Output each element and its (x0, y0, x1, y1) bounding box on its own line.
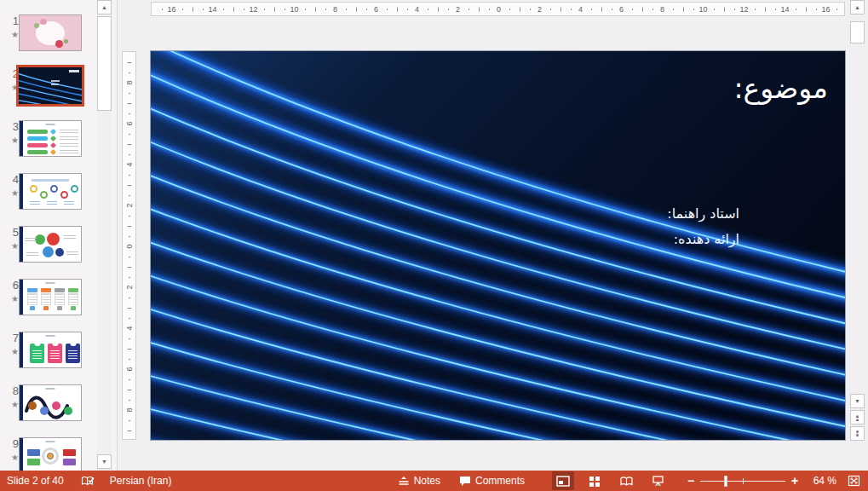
thumbnail-art-circles (20, 174, 81, 209)
main-scrollbar[interactable]: ▲ ▼ ▲▲ ▼▼ (850, 0, 865, 443)
slide-thumbnail[interactable] (19, 332, 82, 368)
slide-number: 8 (3, 384, 19, 397)
body-line-supervisor: استاد راهنما: (667, 201, 739, 227)
slide-thumbnail[interactable] (19, 14, 82, 51)
vertical-ruler: 864202468 (122, 51, 136, 440)
notes-label: Notes (414, 475, 440, 487)
slideshow-button[interactable] (647, 471, 669, 490)
thumbnail-item-3: 3 ★ (0, 120, 98, 162)
zoom-level[interactable]: 64 % (801, 475, 836, 487)
notes-button[interactable]: Notes (393, 471, 445, 491)
animation-star-icon: ★ (3, 453, 19, 462)
slide-background-streaks (151, 51, 845, 440)
thumbnail-scrollbar-thumb[interactable] (97, 16, 112, 111)
comments-label: Comments (475, 475, 525, 487)
editor-area: 1614121086420246810121416 864202468 (118, 0, 868, 471)
slide-sorter-icon (589, 476, 601, 487)
comments-icon (459, 476, 471, 487)
normal-view-button[interactable] (552, 471, 574, 490)
reading-view-icon (620, 476, 633, 487)
thumbnail-item-4: 4 ★ (0, 173, 98, 215)
scroll-up-icon[interactable]: ▲ (97, 0, 112, 14)
slide-thumbnail[interactable] (19, 226, 82, 263)
normal-view-icon (556, 476, 570, 487)
fit-to-window-icon (848, 475, 860, 487)
animation-star-icon: ★ (3, 347, 19, 356)
slide-number: 7 (3, 332, 19, 344)
main-scrollbar-thumb[interactable] (850, 21, 865, 43)
powerpoint-window: 1 ★ 2 ★ (0, 0, 868, 491)
language-indicator[interactable]: Persian (Iran) (105, 471, 177, 491)
scroll-down-icon[interactable]: ▼ (97, 454, 112, 469)
slide-number: 4 (3, 173, 19, 186)
slide-number: 6 (3, 279, 19, 292)
thumbnail-art-columns (20, 280, 81, 315)
thumbnail-item-5: 5 ★ (0, 226, 98, 268)
spellcheck-button[interactable] (76, 471, 100, 491)
thumbnail-art-streaks (19, 67, 82, 104)
reading-view-button[interactable] (615, 471, 637, 490)
thumbnail-item-6: 6 ★ (0, 279, 98, 321)
slide-indicator[interactable]: Slide 2 of 40 (2, 471, 69, 491)
slide-number: 1 (3, 14, 19, 27)
zoom-slider[interactable] (700, 471, 785, 490)
comments-button[interactable]: Comments (454, 471, 530, 491)
previous-slide-button[interactable]: ▲▲ (850, 410, 865, 425)
slide-thumbnail-pane: 1 ★ 2 ★ (0, 0, 118, 471)
slide-thumbnail-selected[interactable] (16, 65, 84, 107)
scroll-down-icon[interactable]: ▼ (850, 394, 865, 408)
thumbnail-art-target (20, 438, 81, 471)
thumbnail-item-1: 1 ★ (0, 14, 98, 56)
slide-sorter-button[interactable] (583, 471, 606, 490)
thumbnail-item-8: 8 ★ (0, 384, 98, 426)
thumbnail-scrollbar[interactable]: ▲ ▼ (97, 0, 112, 471)
slide-thumbnail[interactable] (19, 173, 82, 210)
thumbnail-art-list (20, 121, 81, 156)
slide-number: 5 (3, 226, 19, 239)
scroll-up-icon[interactable]: ▲ (850, 0, 865, 14)
animation-star-icon: ★ (3, 294, 19, 303)
slide-body-text[interactable]: استاد راهنما: ارائه دهنده: (667, 201, 739, 252)
next-slide-button[interactable]: ▼▼ (850, 426, 865, 441)
slide-number: 3 (3, 120, 19, 133)
thumbnail-item-2: 2 ★ (0, 67, 98, 109)
zoom-out-button[interactable]: − (685, 474, 697, 488)
thumbnail-art-gears (20, 227, 81, 262)
animation-star-icon: ★ (3, 136, 19, 145)
slideshow-icon (652, 476, 664, 487)
animation-star-icon: ★ (3, 400, 19, 409)
zoom-slider-thumb[interactable] (724, 476, 727, 487)
slide-thumbnail[interactable] (19, 279, 82, 315)
status-bar: Slide 2 of 40 Persian (Iran) Notes Comme… (0, 471, 868, 491)
animation-star-icon: ★ (3, 188, 19, 198)
fit-to-window-button[interactable] (842, 471, 865, 490)
thumbnail-art-path (20, 385, 81, 420)
body-line-presenter: ارائه دهنده: (667, 227, 739, 252)
slide-title-text[interactable]: موضوع: (733, 72, 828, 106)
animation-star-icon: ★ (3, 30, 19, 39)
animation-star-icon: ★ (3, 241, 19, 251)
notes-icon (398, 476, 410, 486)
slide-thumbnail[interactable] (19, 437, 82, 471)
thumbnail-art-tags (20, 332, 81, 367)
spellcheck-book-icon (81, 476, 95, 487)
thumbnail-item-9: 9 ★ (0, 437, 98, 471)
zoom-in-button[interactable]: + (789, 474, 801, 488)
slide-canvas[interactable]: موضوع: استاد راهنما: ارائه دهنده: (151, 51, 845, 440)
zoom-slider-midpoint (743, 478, 744, 484)
slide-thumbnail[interactable] (19, 120, 82, 157)
slide-number: 9 (3, 437, 19, 450)
thumbnail-item-7: 7 ★ (0, 332, 98, 373)
thumbnail-art-floral (20, 15, 81, 50)
horizontal-ruler: 1614121086420246810121416 (151, 2, 845, 16)
slide-thumbnail[interactable] (19, 384, 82, 421)
